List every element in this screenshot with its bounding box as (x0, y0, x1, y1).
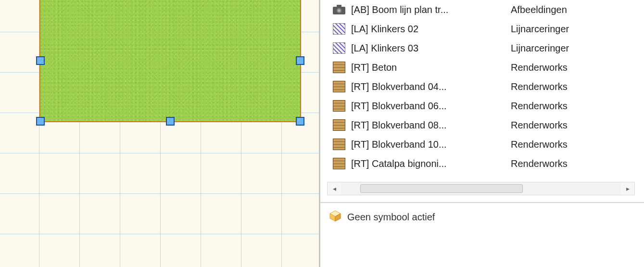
resize-handle-br[interactable] (296, 117, 304, 126)
texture-icon (332, 157, 346, 170)
list-item[interactable]: [LA] Klinkers 02 Lijnarceringer (327, 19, 635, 38)
horizontal-scrollbar[interactable]: ◂ ▸ (327, 182, 635, 195)
scrollbar-track[interactable] (341, 182, 621, 195)
list-item-type: Lijnarceringer (511, 43, 635, 54)
list-item-name: [RT] Blokverband 10... (351, 139, 506, 150)
list-item-type: Renderworks (511, 101, 635, 112)
texture-icon (332, 61, 346, 74)
drawing-canvas[interactable] (0, 0, 320, 267)
status-text: Geen symbool actief (347, 212, 435, 223)
hatch-icon (332, 42, 346, 54)
list-item-type: Renderworks (511, 81, 635, 92)
list-item[interactable]: [RT] Beton Renderworks (327, 58, 635, 77)
texture-icon (332, 100, 346, 112)
texture-icon (332, 138, 346, 151)
list-item-type: Renderworks (511, 158, 635, 169)
svg-rect-1 (337, 5, 341, 7)
list-item[interactable]: [RT] Blokverband 04... Renderworks (327, 77, 635, 96)
list-item-type: Renderworks (511, 139, 635, 150)
list-item-name: [LA] Klinkers 02 (351, 24, 506, 35)
list-item-name: [RT] Blokverband 06... (351, 101, 506, 112)
list-item-name: [LA] Klinkers 03 (351, 43, 506, 54)
svg-point-3 (338, 10, 341, 12)
resource-list: [AB] Boom lijn plan tr... Afbeeldingen [… (327, 0, 635, 178)
list-item-type: Renderworks (511, 120, 635, 131)
list-item-type: Lijnarceringer (511, 24, 635, 35)
list-item-name: [RT] Catalpa bignoni... (351, 158, 506, 169)
resize-handle-bl[interactable] (36, 117, 45, 126)
list-item[interactable]: [RT] Blokverband 08... Renderworks (327, 115, 635, 135)
list-item-name: [AB] Boom lijn plan tr... (351, 4, 506, 15)
list-item-name: [RT] Blokverband 08... (351, 120, 506, 131)
symbol-cube-icon (329, 210, 341, 225)
hatch-icon (332, 23, 346, 35)
texture-icon (332, 119, 346, 131)
camera-icon (332, 3, 346, 16)
texture-icon (332, 80, 346, 93)
status-bar: Geen symbool actief (320, 202, 644, 231)
resize-handle-mr[interactable] (296, 56, 304, 65)
resize-handle-ml[interactable] (36, 56, 45, 65)
list-item[interactable]: [RT] Blokverband 06... Renderworks (327, 96, 635, 115)
scroll-left-button[interactable]: ◂ (328, 182, 341, 195)
list-item-type: Afbeeldingen (511, 4, 635, 15)
list-item-name: [RT] Blokverband 04... (351, 81, 506, 92)
list-item[interactable]: [AB] Boom lijn plan tr... Afbeeldingen (327, 0, 635, 19)
scrollbar-thumb[interactable] (360, 184, 523, 193)
resource-panel: [AB] Boom lijn plan tr... Afbeeldingen [… (320, 0, 644, 267)
resize-handle-bm[interactable] (166, 117, 175, 126)
list-item[interactable]: [RT] Blokverband 10... Renderworks (327, 135, 635, 154)
list-item[interactable]: [RT] Catalpa bignoni... Renderworks (327, 154, 635, 173)
list-item[interactable]: [LA] Klinkers 03 Lijnarceringer (327, 38, 635, 58)
selected-rectangle[interactable] (39, 0, 301, 122)
list-item-name: [RT] Beton (351, 62, 506, 73)
scroll-right-button[interactable]: ▸ (621, 182, 634, 195)
list-item-type: Renderworks (511, 62, 635, 73)
